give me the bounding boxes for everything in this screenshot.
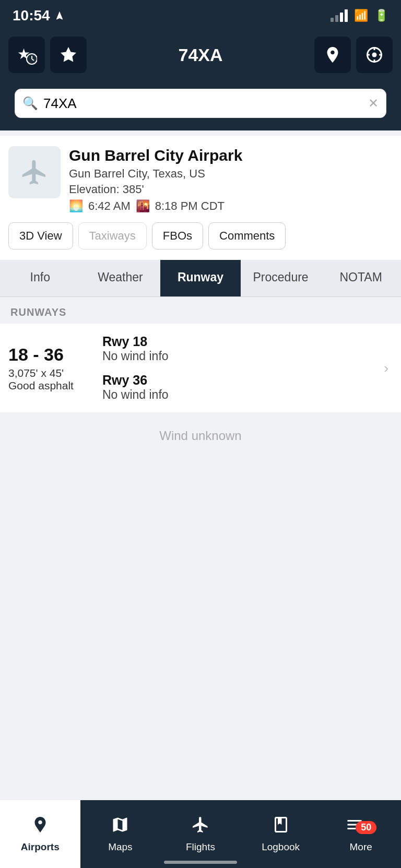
airport-elevation: Elevation: 385' bbox=[69, 183, 242, 196]
star-clock-icon: ★ bbox=[16, 44, 37, 65]
airports-svg-icon bbox=[31, 815, 50, 834]
rwy18-info: No wind info bbox=[102, 349, 373, 363]
target-button[interactable] bbox=[356, 37, 393, 73]
search-bar[interactable]: 🔍 ✕ bbox=[15, 89, 386, 118]
maps-label: Maps bbox=[108, 841, 132, 853]
logbook-icon bbox=[272, 815, 290, 838]
status-icons: 📶 🔋 bbox=[331, 9, 388, 22]
airport-city: Gun Barrel City, Texas, US bbox=[69, 167, 242, 181]
map-pin-icon bbox=[323, 45, 342, 64]
time-display: 10:54 bbox=[13, 7, 50, 24]
runway-left: 18 - 36 3,075' x 45' Good asphalt bbox=[8, 344, 92, 392]
signal-bars bbox=[331, 9, 348, 22]
runway-dims: 3,075' x 45' bbox=[8, 367, 92, 379]
nav-right-buttons bbox=[314, 37, 393, 73]
fbos-button[interactable]: FBOs bbox=[152, 222, 203, 249]
status-bar: 10:54 📶 🔋 bbox=[0, 0, 401, 31]
rwy18-row: Rwy 18 No wind info bbox=[102, 334, 373, 363]
more-label: More bbox=[350, 841, 372, 853]
status-time: 10:54 bbox=[13, 7, 65, 24]
sunset-icon: 🌇 bbox=[136, 199, 150, 213]
airport-thumbnail bbox=[8, 146, 61, 198]
airports-icon bbox=[31, 815, 50, 838]
runway-numbers: 18 - 36 bbox=[8, 344, 92, 365]
rwy36-row: Rwy 36 No wind info bbox=[102, 373, 373, 402]
more-badge: 50 bbox=[356, 821, 376, 834]
nav-title: 74XA bbox=[87, 45, 314, 65]
search-input[interactable] bbox=[43, 96, 368, 112]
tab-procedure[interactable]: Procedure bbox=[241, 260, 321, 296]
runway-item[interactable]: 18 - 36 3,075' x 45' Good asphalt Rwy 18… bbox=[0, 324, 401, 412]
sunset-time: 8:18 PM CDT bbox=[155, 199, 225, 213]
runway-surface: Good asphalt bbox=[8, 379, 92, 392]
flights-svg-icon bbox=[191, 815, 210, 834]
rwy36-info: No wind info bbox=[102, 388, 373, 402]
logbook-label: Logbook bbox=[262, 841, 300, 853]
airplane-icon bbox=[20, 158, 49, 187]
airport-info: Gun Barrel City Airpark Gun Barrel City,… bbox=[69, 146, 242, 213]
content-spacer bbox=[0, 459, 401, 720]
rwy36-label: Rwy 36 bbox=[102, 373, 373, 388]
svg-point-6 bbox=[372, 53, 377, 57]
maps-icon bbox=[111, 815, 129, 838]
tab-logbook[interactable]: Logbook bbox=[241, 800, 321, 868]
nav-bar: ★ 74XA bbox=[0, 31, 401, 78]
tab-flights[interactable]: Flights bbox=[160, 800, 241, 868]
tab-runway[interactable]: Runway bbox=[160, 260, 241, 296]
airport-header: Gun Barrel City Airpark Gun Barrel City,… bbox=[8, 146, 393, 213]
battery-icon: 🔋 bbox=[374, 9, 388, 22]
comments-button[interactable]: Comments bbox=[208, 222, 286, 249]
sunrise-icon: 🌅 bbox=[69, 199, 83, 213]
tab-info[interactable]: Info bbox=[0, 260, 80, 296]
airport-name: Gun Barrel City Airpark bbox=[69, 146, 242, 165]
3d-view-button[interactable]: 3D View bbox=[8, 222, 73, 249]
action-buttons: 3D View Taxiways FBOs Comments bbox=[8, 222, 393, 249]
tab-airports[interactable]: Airports bbox=[0, 800, 80, 868]
bottom-tab-bar: Airports Maps Flights Logbook bbox=[0, 800, 401, 868]
home-indicator bbox=[164, 861, 237, 864]
taxiways-button[interactable]: Taxiways bbox=[78, 222, 147, 249]
target-icon bbox=[365, 45, 384, 64]
search-icon: 🔍 bbox=[22, 96, 38, 111]
flights-label: Flights bbox=[186, 841, 215, 853]
nav-left-buttons: ★ bbox=[8, 37, 87, 73]
rwy18-label: Rwy 18 bbox=[102, 334, 373, 349]
tab-weather[interactable]: Weather bbox=[80, 260, 161, 296]
favorites-button[interactable] bbox=[50, 37, 87, 73]
airports-label: Airports bbox=[21, 841, 60, 853]
tab-maps[interactable]: Maps bbox=[80, 800, 161, 868]
runways-section-header: RUNWAYS bbox=[0, 297, 401, 324]
wifi-icon: 📶 bbox=[354, 9, 368, 22]
tab-more[interactable]: 50 More bbox=[321, 800, 401, 868]
chevron-right-icon: › bbox=[384, 360, 393, 376]
recent-favorites-button[interactable]: ★ bbox=[8, 37, 45, 73]
airport-card: Gun Barrel City Airpark Gun Barrel City,… bbox=[0, 136, 401, 260]
maps-svg-icon bbox=[111, 815, 129, 834]
flights-icon bbox=[191, 815, 210, 838]
map-pin-button[interactable] bbox=[314, 37, 351, 73]
logbook-svg-icon bbox=[272, 815, 290, 834]
tab-notam[interactable]: NOTAM bbox=[321, 260, 401, 296]
content-area: RUNWAYS 18 - 36 3,075' x 45' Good asphal… bbox=[0, 297, 401, 720]
tab-bar: Info Weather Runway Procedure NOTAM bbox=[0, 260, 401, 297]
star-icon bbox=[59, 45, 78, 64]
clear-icon[interactable]: ✕ bbox=[368, 96, 379, 111]
runway-right: Rwy 18 No wind info Rwy 36 No wind info bbox=[102, 334, 373, 402]
wind-unknown: Wind unknown bbox=[0, 413, 401, 459]
airport-times: 🌅 6:42 AM 🌇 8:18 PM CDT bbox=[69, 199, 242, 213]
sunrise-time: 6:42 AM bbox=[88, 199, 131, 213]
location-arrow-icon bbox=[54, 10, 65, 21]
